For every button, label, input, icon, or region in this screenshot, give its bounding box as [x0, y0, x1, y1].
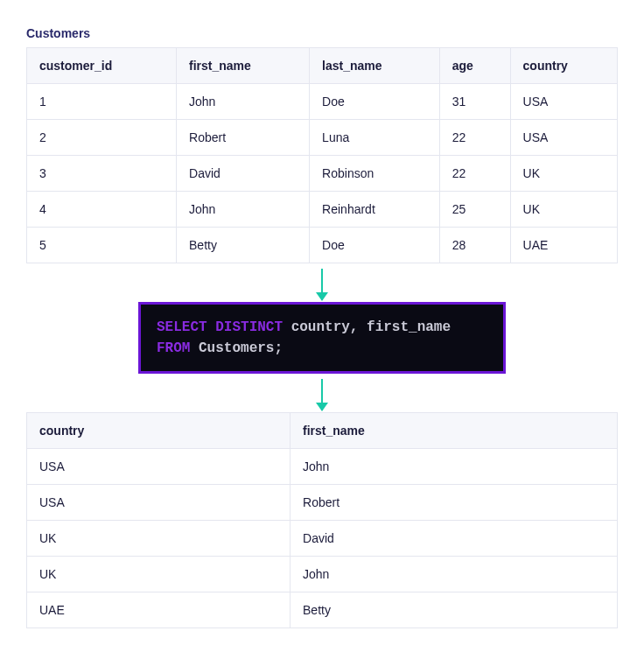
- cell: Robert: [177, 120, 310, 156]
- arrow-down-icon: [26, 263, 618, 302]
- sql-table: Customers;: [199, 340, 283, 356]
- table-header-row: country first_name: [27, 413, 618, 449]
- cell: UK: [27, 557, 290, 592]
- col-header: last_name: [310, 48, 440, 84]
- cell: 2: [27, 120, 177, 156]
- cell: UAE: [510, 228, 617, 263]
- cell: Reinhardt: [310, 192, 440, 228]
- cell: UAE: [27, 592, 290, 628]
- source-table-title: Customers: [26, 26, 618, 40]
- cell: 5: [27, 228, 177, 263]
- cell: UK: [510, 156, 617, 192]
- result-table: country first_name USA John USA Robert U…: [26, 412, 618, 628]
- table-row: USA Robert: [27, 485, 618, 521]
- source-table: customer_id first_name last_name age cou…: [26, 47, 618, 263]
- col-header: age: [439, 48, 510, 84]
- cell: Betty: [177, 228, 310, 263]
- cell: John: [290, 449, 618, 485]
- cell: David: [177, 156, 310, 192]
- sql-keyword: SELECT: [157, 319, 207, 335]
- cell: Robert: [290, 485, 618, 521]
- cell: 4: [27, 192, 177, 228]
- sql-keyword: DISTINCT: [215, 319, 283, 335]
- table-row: 1 John Doe 31 USA: [27, 84, 618, 120]
- col-header: country: [27, 413, 290, 449]
- table-header-row: customer_id first_name last_name age cou…: [27, 48, 618, 84]
- col-header: customer_id: [27, 48, 177, 84]
- cell: USA: [510, 84, 617, 120]
- table-row: UK John: [27, 557, 618, 592]
- cell: 22: [439, 120, 510, 156]
- cell: UK: [27, 521, 290, 557]
- cell: 1: [27, 84, 177, 120]
- cell: 25: [439, 192, 510, 228]
- table-row: USA John: [27, 449, 618, 485]
- cell: John: [290, 557, 618, 592]
- cell: USA: [27, 449, 290, 485]
- cell: John: [177, 192, 310, 228]
- cell: Luna: [310, 120, 440, 156]
- table-row: 5 Betty Doe 28 UAE: [27, 228, 618, 263]
- cell: USA: [27, 485, 290, 521]
- sql-keyword: FROM: [157, 340, 190, 356]
- sql-columns: country, first_name: [291, 319, 451, 335]
- cell: USA: [510, 120, 617, 156]
- arrow-down-icon: [26, 374, 618, 412]
- col-header: country: [510, 48, 617, 84]
- table-row: 4 John Reinhardt 25 UK: [27, 192, 618, 228]
- cell: 28: [439, 228, 510, 263]
- cell: David: [290, 521, 618, 557]
- table-row: UAE Betty: [27, 592, 618, 628]
- cell: Betty: [290, 592, 618, 628]
- cell: Doe: [310, 84, 440, 120]
- table-row: UK David: [27, 521, 618, 557]
- sql-code-block: SELECT DISTINCT country, first_name FROM…: [138, 302, 506, 374]
- cell: John: [177, 84, 310, 120]
- col-header: first_name: [290, 413, 618, 449]
- cell: Doe: [310, 228, 440, 263]
- table-row: 3 David Robinson 22 UK: [27, 156, 618, 192]
- table-row: 2 Robert Luna 22 USA: [27, 120, 618, 156]
- cell: 31: [439, 84, 510, 120]
- cell: 3: [27, 156, 177, 192]
- col-header: first_name: [177, 48, 310, 84]
- cell: 22: [439, 156, 510, 192]
- cell: UK: [510, 192, 617, 228]
- cell: Robinson: [310, 156, 440, 192]
